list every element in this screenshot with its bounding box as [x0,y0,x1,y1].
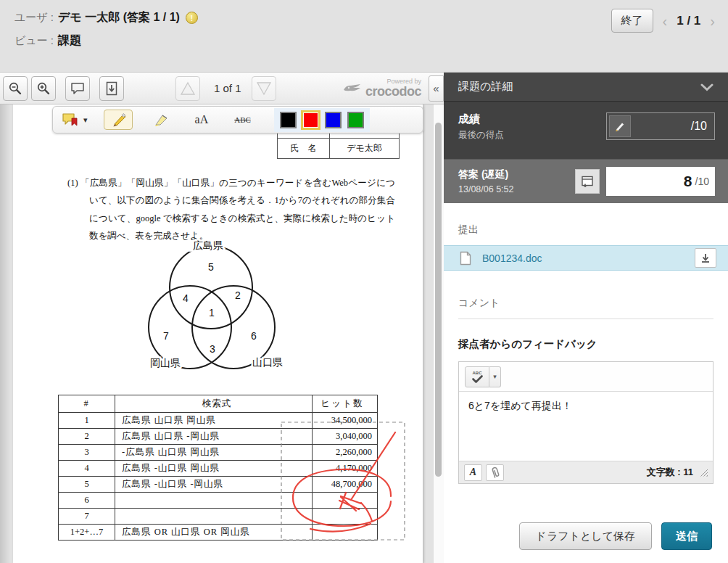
submit-button[interactable]: 送信 [661,522,712,550]
sidebar-title: 課題の詳細 [458,80,513,94]
problem-statement: (1) 「広島県」「岡山県」「山口県」の三つのキーワードを含むWebページについ… [67,174,395,245]
comment-flag-icon [62,112,79,128]
sidebar-content: 提出 B001234.doc コメント [444,203,728,563]
save-draft-button[interactable]: ドラフトとして保存 [519,522,652,550]
table-row: 1+2+…7 広島県 OR 山口県 OR 岡山県 [59,525,378,541]
spellcheck-caret-button[interactable]: ▾ [489,366,501,387]
color-swatch-green[interactable] [347,112,364,128]
cell: 広島県 山口県 -岡山県 [115,429,313,445]
feedback-title: 採点者からのフィードバック [458,337,713,351]
resize-handle[interactable] [700,469,708,477]
cell: -広島県 山口県 岡山県 [115,445,313,461]
zoom-out-button[interactable] [3,76,28,101]
feedback-text-area[interactable]: 6と7を埋めて再提出！ [459,392,713,461]
zoom-in-icon [36,81,51,96]
exit-button[interactable]: 終了 [611,9,653,33]
file-download-button[interactable] [695,248,716,268]
cell: 広島県 -山口県 -岡山県 [115,477,313,493]
comments-label: コメント [444,297,728,310]
cell: 広島県 山口県 岡山県 [115,413,313,429]
spellcheck-check-icon [472,375,483,383]
user-label: ユーザ : [15,11,54,25]
highlighter-tool[interactable] [149,110,173,130]
view-label: ビュー : [15,34,54,48]
editor-toolbar: ABC ▾ [459,362,713,392]
crocodoc-wordmark: crocodoc [365,85,421,98]
spellcheck-button[interactable]: ABC [465,366,489,387]
color-swatch-red[interactable] [302,112,319,128]
grading-app: ユーザ : デモ 一太郎 (答案 1 / 1) ! ビュー : 課題 終了 ‹ … [0,0,728,563]
cell: 2,260,000 [313,445,378,461]
attempt-score-max: /10 [695,176,709,187]
scrollbar-thumb[interactable] [435,123,442,477]
editor-footer: A 文字数 : 11 [459,461,713,483]
triangle-down-icon [255,81,273,96]
sidebar-header[interactable]: 課題の詳細 [444,73,728,102]
prev-page-button[interactable] [175,76,200,101]
page-indicator: 1 of 1 [214,82,241,94]
cell: 4,170,000 [313,461,378,477]
feedback-editor: ABC ▾ 6と7を埋めて再提出！ A [458,361,713,484]
collapse-sidebar-button[interactable]: « [429,75,444,102]
edit-grade-button[interactable] [609,115,631,137]
next-attempt-icon[interactable]: › [710,14,715,28]
table-row: 4 広島県 -山口県 岡山県 4,170,000 [59,461,378,477]
vertical-scrollbar[interactable] [433,104,444,563]
table-row: 氏 名 デモ太郎 [278,139,400,159]
grade-sublabel: 最後の得点 [458,129,504,141]
cell: 48,700,000 [313,477,378,493]
paperclip-icon [489,466,501,479]
cell: 広島県 OR 山口県 OR 岡山県 [115,525,313,541]
chevron-down-icon[interactable] [700,83,713,91]
final-grade-input[interactable]: /10 [606,112,715,140]
cell [313,525,378,541]
attempt-label: 答案 (遅延) [458,168,513,181]
next-page-button[interactable] [252,76,276,101]
submission-file-link[interactable]: B001234.doc [482,252,542,264]
color-swatch-black[interactable] [280,112,297,128]
attempt-pagination: 1 / 1 [677,14,700,28]
table-row: 3 -広島県 山口県 岡山県 2,260,000 [59,445,378,461]
attach-file-button[interactable] [486,464,504,481]
download-icon [105,81,118,96]
zoom-out-icon [8,81,22,96]
zoom-in-button[interactable] [31,76,56,101]
cell: 3,040,000 [313,429,378,445]
cell [313,509,378,525]
table-row: 5 広島県 -山口県 -岡山県 48,700,000 [59,477,378,493]
grade-note-button[interactable] [575,169,600,194]
triangle-up-icon [179,81,197,96]
cell: 7 [59,509,115,525]
submission-label: 提出 [444,223,728,237]
download-document-button[interactable] [99,76,124,101]
text-style-icon: A [470,467,476,478]
crocodoc-logo: Powered by crocodoc [343,78,421,98]
table-row: 2 広島県 山口県 -岡山県 3,040,000 [59,429,378,445]
color-swatch-blue[interactable] [325,112,342,128]
comment-icon [70,82,85,95]
pencil-tool[interactable] [104,110,133,130]
search-hits-table: # 検索式 ヒット数 1 広島県 山口県 岡山県 34,500,000 2 広島… [58,395,378,541]
student-name-value: デモ太郎 [330,139,400,159]
document-file-icon [460,251,471,266]
pencil-edit-icon [614,120,626,132]
view-value: 課題 [58,33,81,49]
text-style-button[interactable]: A [464,464,482,481]
assignment-sidebar: 課題の詳細 成績 最後の得点 /10 [444,73,728,563]
late-warning-icon: ! [186,12,198,24]
table-row: 6 [59,493,378,509]
cell: 1+2+…7 [59,525,115,541]
comment-mode-button[interactable] [65,76,90,101]
comment-tool-caret-icon[interactable]: ▾ [83,115,88,125]
attempt-score-input[interactable]: 8 /10 [606,167,715,196]
grade-note-icon [581,175,594,188]
strikeout-tool[interactable]: ABC [230,112,255,127]
table-row: 1 広島県 山口県 岡山県 34,500,000 [59,413,378,429]
prev-attempt-icon[interactable]: ‹ [663,14,668,28]
student-name-label: 氏 名 [278,139,330,159]
comment-flag-tool[interactable] [62,112,79,128]
cell: 5 [59,477,115,493]
page-navigation: 1 of 1 [175,76,280,101]
text-tool[interactable]: aA [191,110,213,129]
submission-file-row[interactable]: B001234.doc [444,245,728,271]
